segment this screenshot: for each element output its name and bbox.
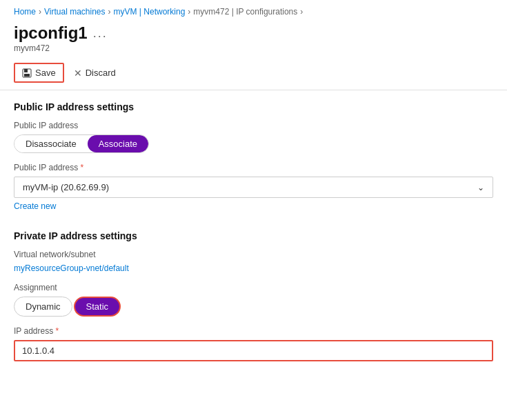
breadcrumb-sep-3: › — [188, 7, 190, 17]
save-icon — [22, 68, 32, 78]
static-button[interactable]: Static — [74, 297, 121, 317]
breadcrumb-virtual-machines[interactable]: Virtual machines — [44, 7, 106, 17]
breadcrumb-sep-1: › — [39, 7, 41, 17]
public-ip-section: Public IP address settings Public IP add… — [14, 101, 493, 222]
breadcrumb-networking[interactable]: myVM | Networking — [114, 7, 186, 17]
page-subtitle: myvm472 — [14, 43, 493, 53]
discard-icon: ✕ — [74, 68, 82, 79]
public-ip-dropdown-value: myVM-ip (20.62.69.9) — [23, 182, 109, 192]
public-ip-dropdown-label: Public IP address — [14, 163, 493, 172]
page-header: ipconfig1 ... myvm472 — [0, 21, 507, 56]
discard-button[interactable]: ✕ Discard — [67, 64, 123, 82]
svg-rect-1 — [24, 69, 28, 72]
assignment-label: Assignment — [14, 283, 493, 292]
public-ip-section-title: Public IP address settings — [14, 101, 493, 112]
ip-address-input[interactable] — [14, 340, 493, 361]
save-label: Save — [35, 68, 56, 78]
save-button[interactable]: Save — [14, 63, 64, 83]
more-options-icon[interactable]: ... — [93, 26, 108, 41]
discard-label: Discard — [86, 68, 116, 78]
private-ip-section-title: Private IP address settings — [14, 230, 493, 241]
public-ip-dropdown[interactable]: myVM-ip (20.62.69.9) ⌄ — [14, 177, 493, 198]
subnet-link[interactable]: myResourceGroup-vnet/default — [14, 263, 493, 273]
breadcrumb-ip-configurations: myvm472 | IP configurations — [193, 7, 297, 17]
ip-address-label: IP address — [14, 326, 493, 336]
dynamic-button[interactable]: Dynamic — [14, 297, 72, 317]
breadcrumb: Home › Virtual machines › myVM | Network… — [0, 0, 507, 21]
toolbar: Save ✕ Discard — [0, 56, 507, 90]
disassociate-button[interactable]: Disassociate — [14, 135, 88, 152]
associate-button[interactable]: Associate — [88, 135, 148, 152]
public-ip-label: Public IP address — [14, 121, 493, 130]
chevron-down-icon: ⌄ — [477, 183, 484, 192]
breadcrumb-sep-4: › — [300, 7, 303, 17]
subnet-label: Virtual network/subnet — [14, 250, 493, 259]
assignment-toggle-group: Dynamic Static — [14, 297, 121, 317]
breadcrumb-home[interactable]: Home — [14, 7, 36, 17]
breadcrumb-sep-2: › — [108, 7, 111, 17]
page-title-text: ipconfig1 — [14, 23, 88, 43]
create-new-link[interactable]: Create new — [14, 201, 56, 211]
svg-rect-2 — [24, 74, 30, 77]
private-ip-section: Private IP address settings Virtual netw… — [14, 230, 493, 361]
content: Public IP address settings Public IP add… — [0, 101, 507, 361]
public-ip-toggle-group: Disassociate Associate — [14, 134, 149, 153]
